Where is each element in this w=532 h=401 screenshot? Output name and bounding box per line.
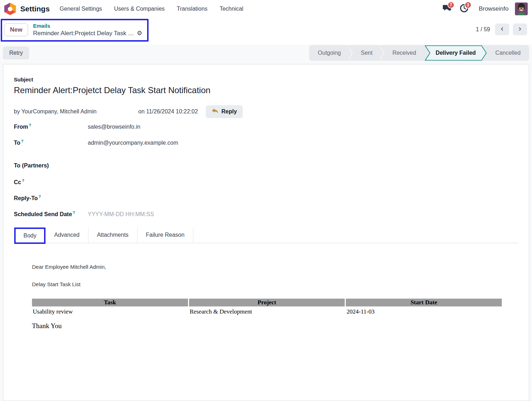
control-panel: New Emails Reminder Alert:Projetct Delay… — [0, 18, 532, 44]
task-cell: Usability review — [32, 306, 188, 317]
help-icon[interactable]: ? — [21, 139, 23, 143]
reply-button[interactable]: Reply — [206, 105, 243, 118]
task-table-header-project: Project — [189, 299, 345, 306]
from-value[interactable]: sales@browseinfo.in — [88, 124, 518, 130]
chevron-right-icon: › — [518, 25, 521, 33]
help-icon[interactable]: ? — [73, 210, 75, 215]
activities-badge: 3 — [464, 1, 472, 9]
stage-sent[interactable]: Sent — [354, 50, 380, 56]
stage-cancelled[interactable]: Cancelled — [488, 50, 528, 56]
breadcrumb-emails-link[interactable]: Emails — [33, 22, 142, 30]
menu-technical[interactable]: Technical — [220, 6, 243, 12]
menu-users-companies[interactable]: Users & Companies — [114, 6, 165, 12]
activities-button[interactable]: 3 — [458, 4, 470, 14]
field-cc: Cc? — [14, 178, 518, 189]
tab-advanced[interactable]: Advanced — [45, 228, 88, 243]
status-stages: Outgoing Sent Received Delivery Failed C… — [309, 45, 529, 61]
menu-general-settings[interactable]: General Settings — [60, 6, 102, 12]
breadcrumb-current-title: Reminder Alert:Projetct Delay Task … — [33, 30, 134, 37]
stage-separator-icon — [380, 46, 385, 60]
sheet-area: Subject Reminder Alert:Projetct Delay Ta… — [0, 62, 532, 401]
messages-button[interactable]: 7 — [441, 4, 453, 14]
email-intro: Delay Start Task List — [32, 281, 518, 287]
user-name[interactable]: Browseinfo — [479, 5, 509, 12]
field-reply-to: Reply-To? — [14, 194, 518, 205]
scheduled-send-date-label: Scheduled Send Date? — [14, 210, 88, 218]
breadcrumb-highlight-box: New Emails Reminder Alert:Projetct Delay… — [1, 19, 149, 42]
main-menu: General Settings Users & Companies Trans… — [60, 6, 243, 12]
field-scheduled-send-date: Scheduled Send Date? — [14, 210, 518, 221]
subject-value[interactable]: Reminder Alert:Projetct Delay Task Start… — [14, 85, 518, 95]
stage-delivery-failed-label: Delivery Failed — [436, 50, 476, 56]
cc-label: Cc? — [14, 178, 88, 186]
field-to: To? admin@yourcompany.example.com — [14, 139, 518, 150]
table-row: Usability review Research & Development … — [32, 306, 502, 317]
task-table-header-row: Task Project Start Date — [32, 299, 502, 306]
top-navbar: Settings General Settings Users & Compan… — [0, 0, 532, 18]
to-value[interactable]: admin@yourcompany.example.com — [88, 140, 518, 146]
byline-row: by YourCompany, Mitchell Admin on 11/26/… — [14, 105, 518, 118]
task-table: Task Project Start Date Usability review… — [31, 299, 503, 317]
messages-badge: 7 — [447, 1, 455, 9]
email-greeting: Dear Employee Mitchell Admin, — [32, 264, 518, 270]
avatar[interactable] — [515, 2, 528, 15]
pager-counter: 1 / 59 — [476, 26, 490, 33]
stage-separator-icon — [348, 46, 354, 60]
app-name[interactable]: Settings — [20, 5, 50, 13]
gear-icon[interactable]: ⚙ — [137, 30, 142, 37]
pager: 1 / 59 ‹ › — [476, 23, 527, 35]
menu-translations[interactable]: Translations — [177, 6, 208, 12]
reply-arrow-icon — [211, 108, 219, 115]
new-button[interactable]: New — [4, 23, 28, 36]
stage-delivery-failed-active[interactable]: Delivery Failed — [425, 45, 487, 61]
pager-next-button[interactable]: › — [513, 23, 527, 35]
help-icon[interactable]: ? — [29, 123, 31, 127]
start-date-cell: 2024-11-03 — [346, 306, 502, 317]
subject-label: Subject — [14, 76, 518, 82]
reply-button-label: Reply — [221, 108, 237, 115]
project-cell: Research & Development — [189, 306, 345, 317]
pager-previous-button[interactable]: ‹ — [495, 23, 509, 35]
field-from: From? sales@browseinfo.in — [14, 123, 518, 134]
stage-outgoing[interactable]: Outgoing — [311, 50, 348, 56]
chevron-left-icon: ‹ — [501, 25, 503, 33]
page: Settings General Settings Users & Compan… — [0, 0, 532, 401]
body-tab-highlight-box: Body — [14, 228, 45, 244]
from-label: From? — [14, 123, 88, 130]
task-table-header-start-date: Start Date — [346, 299, 502, 306]
email-body[interactable]: Dear Employee Mitchell Admin, Delay Star… — [14, 243, 518, 330]
tab-body[interactable]: Body — [16, 229, 44, 242]
navbar-right: 7 3 Browseinfo — [441, 2, 528, 15]
tab-attachments[interactable]: Attachments — [88, 228, 138, 243]
retry-button[interactable]: Retry — [3, 47, 29, 59]
breadcrumb-current: Reminder Alert:Projetct Delay Task … ⚙ — [33, 30, 142, 37]
breadcrumb: Emails Reminder Alert:Projetct Delay Tas… — [33, 22, 142, 37]
author-line: by YourCompany, Mitchell Admin — [14, 108, 138, 115]
stage-received[interactable]: Received — [385, 50, 423, 56]
email-closing: Thank You — [32, 322, 518, 330]
field-to-partners: To (Partners) — [14, 162, 518, 173]
to-partners-label: To (Partners) — [14, 162, 88, 169]
help-icon[interactable]: ? — [22, 178, 24, 183]
tab-failure-reason[interactable]: Failure Reason — [138, 228, 194, 243]
notebook-tabs: Body Advanced Attachments Failure Reason — [14, 228, 518, 243]
odoo-settings-logo-icon[interactable] — [4, 3, 16, 15]
status-bar: Retry Outgoing Sent Received Delivery Fa… — [0, 44, 532, 62]
task-table-header-task: Task — [32, 299, 188, 306]
form-sheet: Subject Reminder Alert:Projetct Delay Ta… — [3, 64, 529, 401]
reply-to-label: Reply-To? — [14, 194, 88, 202]
scheduled-send-date-input[interactable] — [88, 211, 201, 218]
date-line: on 11/26/2024 10:22:02 — [138, 108, 206, 115]
help-icon[interactable]: ? — [38, 194, 41, 199]
to-label: To? — [14, 139, 88, 146]
